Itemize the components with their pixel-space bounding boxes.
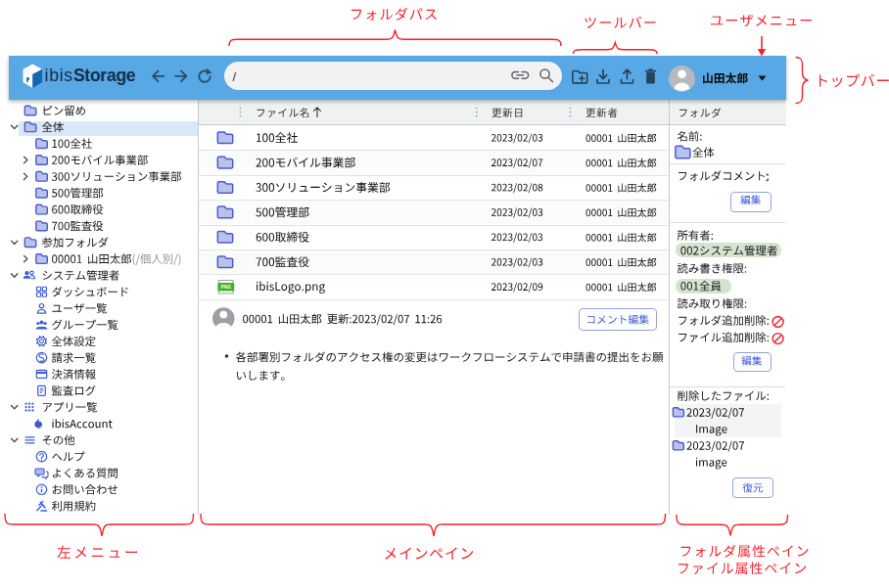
svg-text:PNG: PNG bbox=[221, 285, 232, 290]
